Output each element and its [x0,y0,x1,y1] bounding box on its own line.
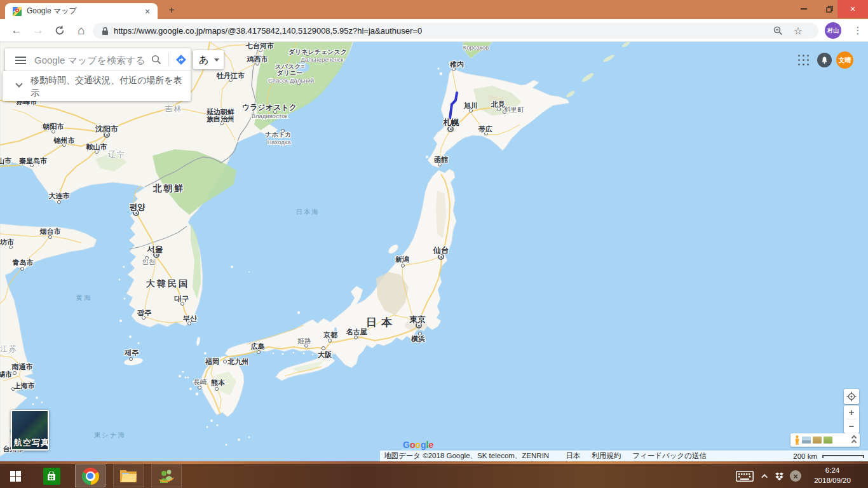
ime-language-button[interactable]: あ [193,50,224,69]
search-icon[interactable] [151,55,161,67]
taskbar-messenger-button[interactable] [151,464,182,487]
zoom-in-button[interactable]: + [844,405,859,419]
my-location-button[interactable] [844,389,859,404]
map-label: 坊市 [0,238,14,247]
map-label: 서울 [147,244,163,255]
reload-button[interactable] [51,19,69,42]
map-city-marker [20,267,24,271]
messenger-icon [158,468,175,484]
map-label: 七台河市 [246,42,274,51]
screen: Google マップ × + × ← → ⌂ [0,0,868,488]
home-button[interactable]: ⌂ [72,19,90,42]
attribution-country[interactable]: 日本 [566,451,580,461]
map-label: 日本海 [295,208,320,217]
map-label: 大韓民国 [146,278,189,290]
map-label: Находка [267,139,290,146]
directions-icon[interactable] [175,54,187,68]
feedback-link[interactable]: フィードバックの送信 [632,451,707,461]
map-label: 青岛市 [13,258,34,268]
map-city-marker [129,357,133,361]
search-suggestion-panel[interactable]: 移動時間、交通状況、付近の場所を表示 [3,71,191,101]
chrome-icon [82,468,99,485]
taskbar-clock[interactable]: 6:24 2018/09/20 [806,464,859,488]
map-label: 斜里町 [504,105,524,114]
browser-tab[interactable]: Google マップ × [5,3,158,19]
url-text: https://www.google.co.jp/maps/@38.417584… [114,26,422,36]
map-label: 北朝鮮 [153,183,186,194]
zoom-out-page-icon[interactable] [770,23,785,39]
google-logo-letter: o [415,440,421,450]
windows-taskbar: × 6:24 2018/09/20 [0,464,868,488]
map-label: 福岡 [205,357,219,367]
map-label: 大连市 [49,191,70,201]
map-label: 大阪 [318,350,332,360]
lock-icon [102,27,109,36]
map-label: Владивосток [252,112,288,119]
google-apps-grid-icon[interactable] [798,55,809,65]
maps-account-avatar[interactable]: 文晴 [836,51,853,69]
map-label: 姫路 [298,337,311,346]
menu-hamburger-icon[interactable] [15,57,26,66]
notifications-bell-icon[interactable] [817,53,832,67]
map-label: 제주 [125,348,139,358]
map-label: 長崎 [194,378,207,387]
google-logo-letter: G [403,440,410,450]
new-tab-button[interactable]: + [164,3,179,17]
map-label: 鞍山市 [86,142,107,152]
browser-menu-icon[interactable]: ⋮ [849,19,867,42]
map-label: Спасск-Дальний [268,77,314,84]
tray-expand-chevron-icon[interactable] [759,464,771,488]
google-maps-favicon [13,7,22,16]
map-label: 北九州 [228,357,249,367]
map-label: 上海市 [14,381,35,391]
microsoft-store-icon [43,468,60,485]
photo-thumbnail[interactable] [824,437,832,444]
map-label: 광주 [137,308,152,318]
map-city-marker [57,200,61,204]
map-label: 锦州市 [54,136,75,146]
touch-keyboard-icon[interactable] [734,464,756,488]
tab-title: Google マップ [27,6,142,17]
collapse-chevron-icon[interactable] [852,436,856,444]
map-label: 沈阳市 [95,124,118,135]
map-label: 稚内 [450,60,464,69]
map-label: Корсаков [463,44,489,51]
satellite-view-toggle[interactable]: 航空写真 [11,410,49,451]
photo-thumbnail[interactable] [813,437,822,444]
map-label: 新潟 [395,255,409,264]
back-button[interactable]: ← [8,19,25,42]
tray-status-close-icon[interactable]: × [789,464,803,488]
map-viewport[interactable]: 赤峰市朝阳市沈阳市锦州市鞍山市秦皇岛市山市辽宁吉林七台河市鸡西市牡丹江市延边朝鲜… [0,42,868,461]
taskbar-chrome-button[interactable] [75,464,105,487]
map-label: 帯広 [478,125,492,134]
url-bar[interactable]: https://www.google.co.jp/maps/@38.417584… [93,23,818,39]
map-label: 東京 [410,315,426,325]
satellite-label: 航空写真 [14,437,49,449]
divider [168,53,169,67]
google-logo-letter: g [421,440,426,450]
start-button[interactable] [0,464,31,487]
map-label: 熊本 [211,378,225,388]
window-close-button[interactable]: × [837,0,868,18]
chevron-down-icon[interactable] [15,80,22,87]
forward-button[interactable]: → [29,19,47,42]
dropbox-icon[interactable] [773,464,785,488]
search-input[interactable] [34,48,150,71]
pegman-icon[interactable] [794,435,800,445]
map-label: 黄海 [76,294,92,302]
browser-profile-avatar[interactable]: 村山 [825,22,841,39]
map-label: 牡丹江市 [217,71,245,81]
map-label: 北見 [491,100,505,109]
zoom-out-button[interactable]: − [844,419,859,433]
terms-link[interactable]: 利用規約 [592,451,621,461]
taskbar-explorer-button[interactable] [113,464,144,487]
clock-time: 6:24 [806,466,859,476]
map-label: 秦皇岛市 [19,156,47,166]
tab-close-icon[interactable]: × [142,6,153,17]
photo-thumbnail[interactable] [802,437,811,444]
map-label: 京都 [323,330,337,340]
bookmark-star-icon[interactable]: ☆ [790,23,806,39]
window-minimize-button[interactable] [792,0,816,18]
taskbar-store-button[interactable] [36,464,67,487]
caret-down-icon[interactable] [214,58,219,62]
